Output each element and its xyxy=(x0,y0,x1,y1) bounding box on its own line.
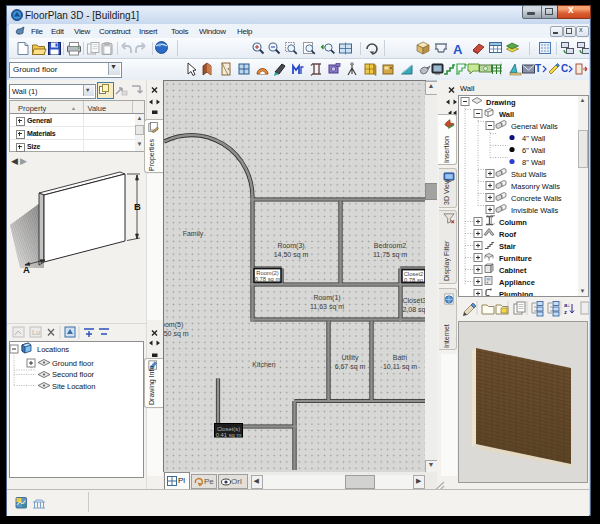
svg-text:z: z xyxy=(564,309,567,315)
svg-text:0,41 sq m: 0,41 sq m xyxy=(216,432,242,438)
svg-text:8" Wall: 8" Wall xyxy=(522,158,546,167)
svg-text:Stud Walls: Stud Walls xyxy=(511,170,547,179)
svg-text:48,50 sq m: 48,50 sq m xyxy=(164,330,189,338)
svg-text:Kitchen: Kitchen xyxy=(252,361,275,368)
svg-text:Furniture: Furniture xyxy=(499,254,532,263)
svg-text:Room(5): Room(5) xyxy=(164,321,183,329)
svg-text:T: T xyxy=(535,63,541,74)
svg-text:Drawing: Drawing xyxy=(486,98,516,107)
svg-text:6,67 sq m: 6,67 sq m xyxy=(335,363,366,371)
svg-text:11,63 sq m: 11,63 sq m xyxy=(310,303,344,311)
svg-text:Appliance: Appliance xyxy=(499,278,535,287)
svg-text:Wall: Wall xyxy=(499,110,514,119)
svg-text:Roof: Roof xyxy=(499,230,517,239)
svg-text:Lu: Lu xyxy=(32,329,40,336)
svg-text:Family: Family xyxy=(183,230,204,238)
svg-text:Cabinet: Cabinet xyxy=(499,266,527,275)
svg-text:Closet(s): Closet(s) xyxy=(217,426,240,432)
svg-text:Column: Column xyxy=(499,218,527,227)
svg-text:Concrete Walls: Concrete Walls xyxy=(511,194,562,203)
svg-text:Invisible Walls: Invisible Walls xyxy=(511,206,558,215)
svg-text:Ground floor: Ground floor xyxy=(52,359,94,368)
svg-text:4" Wall: 4" Wall xyxy=(522,134,546,143)
svg-text:B: B xyxy=(134,201,141,212)
svg-text:2,08 sq m: 2,08 sq m xyxy=(403,306,426,314)
svg-text:Second floor: Second floor xyxy=(52,370,95,379)
svg-text:Bath: Bath xyxy=(393,354,408,361)
svg-text:Locations: Locations xyxy=(37,345,69,354)
svg-text:C: C xyxy=(561,63,568,74)
svg-text:0,78 sq m: 0,78 sq m xyxy=(255,276,281,282)
svg-text:Stair: Stair xyxy=(499,242,516,251)
svg-text:General Walls: General Walls xyxy=(511,122,558,131)
svg-text:Site Location: Site Location xyxy=(52,382,95,391)
svg-text:11,75 sq m: 11,75 sq m xyxy=(373,251,407,259)
svg-text:6" Wall: 6" Wall xyxy=(522,146,546,155)
svg-text:Room(3): Room(3) xyxy=(277,242,304,250)
svg-text:Bedroom2: Bedroom2 xyxy=(374,242,406,249)
svg-text:Masonry Walls: Masonry Walls xyxy=(511,182,560,191)
svg-text:Room(1): Room(1) xyxy=(313,294,340,302)
svg-text:0,78 sq: 0,78 sq xyxy=(404,277,423,283)
svg-text:14,50 sq m: 14,50 sq m xyxy=(274,251,309,259)
svg-text:Room(2): Room(2) xyxy=(256,270,279,276)
svg-text:A: A xyxy=(453,42,463,57)
svg-text:Plumbing: Plumbing xyxy=(499,290,534,297)
svg-text:A: A xyxy=(23,264,30,275)
svg-text:Utility: Utility xyxy=(341,354,359,362)
svg-text:10,11 sq m: 10,11 sq m xyxy=(383,363,417,371)
svg-text:Closet3: Closet3 xyxy=(403,297,426,304)
svg-text:a↓: a↓ xyxy=(564,302,570,308)
